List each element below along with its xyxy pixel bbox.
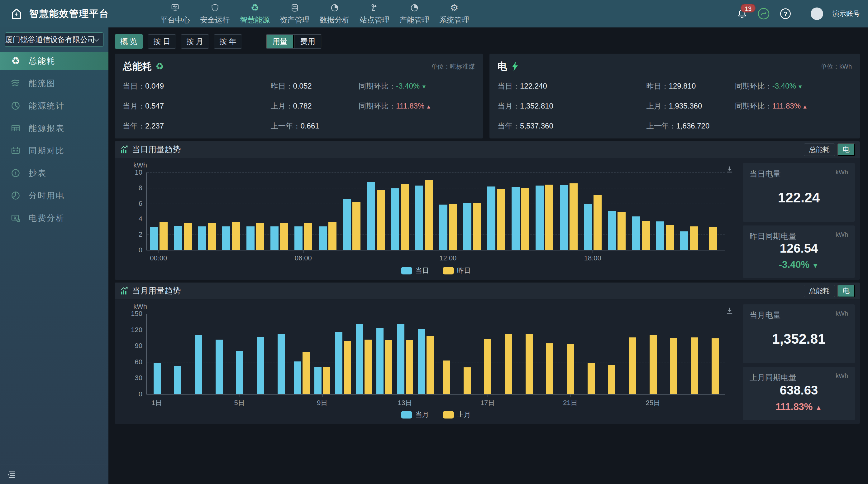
company-selector[interactable]: 厦门锐谷通信设备有限公司 — [5, 32, 103, 47]
x-axis: 00:0006:0012:0018:00 — [147, 250, 725, 262]
bar-当月 — [154, 363, 161, 394]
x-tick — [457, 395, 477, 406]
x-tick — [556, 250, 581, 262]
y-tick-label: 10 — [135, 168, 143, 176]
bar-当月 — [278, 334, 285, 394]
user-avatar[interactable] — [811, 7, 823, 20]
bar-当月 — [376, 328, 383, 394]
unit-label: 单位：kWh — [820, 62, 852, 71]
bar-昨日 — [159, 222, 167, 250]
bar-slot — [312, 314, 333, 394]
bar-当日 — [439, 205, 447, 250]
toggle-usage[interactable]: 用量 — [266, 35, 294, 48]
help-button[interactable]: ? — [779, 7, 792, 20]
x-tick: 5日 — [229, 395, 250, 406]
x-tick — [605, 250, 629, 262]
bar-当日 — [174, 226, 182, 250]
x-tick — [629, 250, 653, 262]
bar-昨日 — [208, 223, 216, 250]
unit-label: 单位：吨标准煤 — [431, 62, 475, 71]
bar-当日 — [246, 226, 254, 250]
x-tick — [333, 395, 353, 406]
bar-slot — [267, 172, 291, 250]
nav-item-asset-management[interactable]: 资产管理 — [275, 0, 315, 27]
sidebar-item-period-comparison[interactable]: 同期对比 — [0, 142, 108, 160]
electricity-card: 电 单位：kWh 当日122.240 昨日129.810 同期环比-3.40% … — [490, 54, 860, 139]
bar-slot — [684, 314, 705, 394]
bar-当日 — [222, 226, 230, 250]
bar-昨日 — [449, 204, 457, 250]
download-icon[interactable] — [725, 306, 734, 315]
bar-当日 — [150, 227, 158, 250]
bar-slot — [436, 314, 457, 394]
bar-上月 — [385, 340, 392, 394]
bar-当日 — [632, 217, 640, 250]
nav-item-system-management[interactable]: ⚙ 系统管理 — [434, 0, 474, 27]
month-energy-stat-card: 当月电量 kWh 1,352.81 — [743, 304, 855, 363]
sidebar-item-meter-reading[interactable]: 抄表 — [0, 164, 108, 182]
monthly-total-energy-button[interactable]: 总能耗 — [804, 285, 835, 297]
tab-overview[interactable]: 概 览 — [115, 34, 143, 49]
x-tick — [498, 395, 519, 406]
link-status-button[interactable] — [757, 7, 770, 20]
sidebar-item-energy-statistics[interactable]: 能源统计 — [0, 97, 108, 115]
legend-item-yesterday[interactable]: 昨日 — [443, 266, 471, 275]
bar-昨日 — [425, 180, 433, 250]
stat-percentage: -3.40% — [750, 259, 848, 271]
stat-row: 当年2.237 上一年0.661 — [123, 116, 475, 136]
legend-item-today[interactable]: 当日 — [401, 266, 429, 275]
x-tick: 00:00 — [147, 250, 170, 262]
yesterday-energy-stat-card: 昨日同期电量 kWh 126.54 -3.40% — [743, 225, 855, 278]
divider — [801, 0, 801, 27]
bar-当日 — [319, 226, 327, 250]
bar-slot — [498, 314, 519, 394]
legend-item-this-month[interactable]: 当月 — [401, 410, 429, 420]
monthly-electricity-button[interactable]: 电 — [837, 285, 855, 297]
y-tick-label: 0 — [138, 390, 143, 398]
bar-当日 — [294, 226, 303, 250]
bolt-icon — [511, 61, 519, 72]
sidebar-item-time-of-use[interactable]: 分时用电 — [0, 187, 108, 205]
plot-area: 0246810 — [147, 172, 725, 250]
daily-electricity-button[interactable]: 电 — [837, 143, 855, 156]
bar-slot — [605, 172, 629, 250]
nav-item-platform-center[interactable]: 平台中心 — [155, 0, 195, 27]
nav-item-capacity-management[interactable]: 产能管理 — [395, 0, 434, 27]
bar-slot — [532, 172, 556, 250]
panel-title: 当月用量趋势 — [132, 285, 181, 296]
bar-昨日 — [618, 212, 626, 250]
sidebar-item-cost-analysis[interactable]: 电费分析 — [0, 209, 108, 227]
bar-slot — [340, 172, 364, 250]
x-tick: 13日 — [395, 395, 415, 406]
bar-slot — [581, 172, 605, 250]
sidebar-item-energy-flow[interactable]: 能流图 — [0, 74, 108, 92]
x-tick — [622, 395, 643, 406]
toggle-cost[interactable]: 费用 — [294, 35, 321, 48]
sidebar-menu: ♻ 总能耗 能流图 能源统计 能源报表 同期对比 抄表 分时用电 — [0, 52, 108, 227]
monthly-usage-chart[interactable]: kWh 0306090120150 1日5日9日13日17日21日25日 当月 … — [117, 300, 736, 424]
notifications-button[interactable]: 13 — [737, 8, 748, 19]
bar-昨日 — [709, 227, 717, 250]
bar-昨日 — [352, 202, 361, 250]
x-tick — [195, 250, 219, 262]
sidebar-collapse-button[interactable] — [0, 464, 108, 484]
nav-item-safe-operation[interactable]: 安全运行 — [195, 0, 235, 27]
nav-item-data-analysis[interactable]: 数据分析 — [315, 0, 354, 27]
stat-row: 当月0.547 上月0.782 同期环比111.83% — [123, 96, 475, 116]
daily-total-energy-button[interactable]: 总能耗 — [804, 143, 835, 156]
daily-usage-chart[interactable]: kWh 0246810 00:0006:0012:0018:00 当日 昨日 — [117, 158, 736, 280]
nav-item-site-management[interactable]: 站点管理 — [354, 0, 395, 27]
bar-当日 — [487, 187, 495, 250]
tab-by-year[interactable]: 按 年 — [214, 34, 242, 49]
sidebar-item-total-energy[interactable]: ♻ 总能耗 — [0, 52, 108, 70]
bar-slot — [291, 314, 312, 394]
legend-item-last-month[interactable]: 上月 — [443, 410, 471, 420]
bar-slot — [271, 314, 291, 394]
chart-legend: 当日 昨日 — [147, 264, 725, 277]
svg-text:?: ? — [783, 10, 787, 17]
nav-item-smart-energy[interactable]: ♻ 智慧能源 — [235, 0, 275, 27]
tab-by-day[interactable]: 按 日 — [148, 34, 176, 49]
tab-by-month[interactable]: 按 月 — [181, 34, 209, 49]
sidebar-item-energy-report[interactable]: 能源报表 — [0, 119, 108, 137]
download-icon[interactable] — [725, 165, 734, 174]
